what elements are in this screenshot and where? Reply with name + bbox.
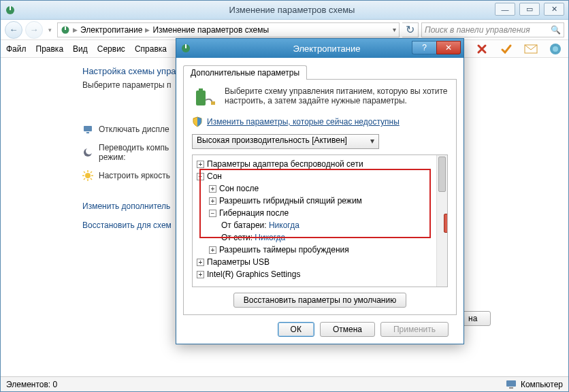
expand-icon[interactable]: +: [197, 259, 204, 266]
setting-display-off: Отключать диспле: [99, 125, 169, 134]
tree-value-battery[interactable]: Никогда: [269, 220, 299, 230]
tree-item[interactable]: Параметры USB: [207, 257, 270, 267]
expand-icon[interactable]: +: [209, 185, 216, 193]
power-options-dialog: Электропитание ? ✕ Дополнительные параме…: [176, 38, 464, 344]
svg-rect-1: [10, 6, 11, 10]
scrollbar[interactable]: [436, 155, 447, 287]
history-dropdown-icon[interactable]: ▾: [48, 27, 52, 33]
menu-service[interactable]: Сервис: [97, 44, 125, 54]
power-icon: [61, 25, 70, 35]
breadcrumb-item[interactable]: Электропитание: [80, 25, 142, 35]
tree-item-sleep[interactable]: Сон: [207, 172, 222, 181]
breadcrumb-item[interactable]: Изменение параметров схемы: [152, 25, 269, 35]
tree-item[interactable]: Разрешить гибридный спящий режим: [219, 196, 362, 206]
dialog-titlebar[interactable]: Электропитание ? ✕: [176, 39, 464, 58]
forward-button[interactable]: →: [25, 21, 43, 39]
close-button[interactable]: ✕: [436, 41, 461, 54]
menu-edit[interactable]: Правка: [36, 44, 64, 54]
tree-item[interactable]: Сон после: [219, 184, 259, 193]
collapse-icon[interactable]: −: [209, 210, 216, 217]
chevron-down-icon[interactable]: ▾: [393, 26, 396, 33]
tree-item-hibernate[interactable]: Гибернация после: [219, 208, 289, 218]
close-button[interactable]: ✕: [544, 3, 564, 16]
window-titlebar[interactable]: Изменение параметров схемы — ▭ ✕: [1, 1, 568, 20]
window-title: Изменение параметров схемы: [20, 5, 564, 15]
svg-line-17: [91, 178, 92, 180]
tab-strip: Дополнительные параметры: [183, 63, 457, 80]
tab-panel: Выберите схему управления питанием, кото…: [183, 79, 457, 315]
collapse-icon[interactable]: −: [197, 173, 204, 180]
search-input[interactable]: Поиск в панели управления 🔍: [421, 22, 564, 37]
settings-tree[interactable]: +Параметры адаптера беспроводной сети −С…: [193, 155, 447, 284]
svg-rect-25: [199, 88, 203, 91]
refresh-button[interactable]: ↻: [402, 22, 419, 37]
ok-button[interactable]: ОК: [278, 322, 314, 337]
expand-icon[interactable]: +: [209, 246, 216, 254]
scrollbar-thumb[interactable]: [438, 157, 446, 192]
cancel-button[interactable]: Отмена: [320, 322, 375, 337]
check-icon[interactable]: [499, 42, 514, 56]
brightness-icon: [82, 170, 93, 181]
svg-rect-7: [84, 126, 92, 131]
display-icon: [82, 124, 93, 135]
setting-brightness: Настроить яркость: [99, 171, 170, 180]
shield-icon: [192, 116, 203, 127]
nav-bar: ← → ▾ ▶ Электропитание ▶ Изменение парам…: [1, 20, 568, 40]
tree-item[interactable]: Разрешить таймеры пробуждения: [219, 245, 349, 255]
menu-help[interactable]: Справка: [135, 44, 167, 54]
tree-item[interactable]: Intel(R) Graphics Settings: [207, 270, 300, 279]
search-icon[interactable]: 🔍: [551, 25, 561, 35]
back-button[interactable]: ←: [5, 21, 22, 39]
tree-value-plugged[interactable]: Никогда: [255, 233, 285, 242]
link-change-unavailable[interactable]: Изменить параметры, которые сейчас недос…: [207, 117, 400, 127]
maximize-button[interactable]: ▭: [519, 3, 540, 16]
power-plan-dropdown[interactable]: Высокая производительность [Активен]: [192, 134, 379, 149]
setting-sleep: Переводить компьрежим:: [99, 143, 169, 162]
minimize-button[interactable]: —: [495, 3, 515, 16]
delete-icon[interactable]: [474, 42, 489, 56]
help-button[interactable]: ?: [412, 41, 436, 54]
menu-view[interactable]: Вид: [73, 44, 88, 54]
chevron-right-icon: ▶: [145, 27, 150, 33]
menu-file[interactable]: Файл: [6, 44, 27, 54]
svg-rect-26: [211, 101, 215, 105]
power-icon: [5, 5, 16, 16]
expand-icon[interactable]: +: [197, 161, 204, 168]
svg-rect-23: [185, 44, 186, 48]
breadcrumb[interactable]: ▶ Электропитание ▶ Изменение параметров …: [57, 22, 400, 37]
apply-button[interactable]: Применить: [380, 322, 449, 337]
svg-rect-3: [65, 27, 66, 30]
shell-icon[interactable]: [548, 42, 563, 56]
tab-advanced[interactable]: Дополнительные параметры: [183, 65, 307, 80]
svg-rect-21: [509, 387, 513, 389]
svg-line-16: [84, 172, 85, 173]
svg-rect-20: [506, 380, 516, 387]
search-placeholder: Поиск в панели управления: [425, 25, 530, 35]
settings-tree-container: +Параметры адаптера беспроводной сети −С…: [192, 154, 448, 287]
svg-point-10: [86, 148, 93, 154]
restore-defaults-button[interactable]: Восстановить параметры по умолчанию: [233, 293, 406, 308]
svg-point-11: [85, 173, 91, 178]
computer-icon: [506, 380, 517, 389]
tree-label: От сети:: [221, 233, 253, 242]
dialog-description: Выберите схему управления питанием, кото…: [225, 86, 448, 110]
tree-item[interactable]: Параметры адаптера беспроводной сети: [207, 159, 363, 169]
expand-icon[interactable]: +: [209, 197, 216, 205]
expand-icon[interactable]: +: [197, 271, 204, 278]
svg-rect-24: [196, 91, 206, 105]
tree-label: От батареи:: [221, 220, 267, 230]
battery-plug-icon: [192, 86, 216, 110]
svg-line-18: [91, 172, 92, 173]
status-bar: Элементов: 0 Компьютер: [1, 376, 568, 391]
svg-line-19: [84, 178, 85, 180]
status-label: Компьютер: [521, 380, 563, 389]
status-count: Элементов: 0: [6, 380, 57, 389]
moon-icon: [82, 147, 93, 158]
svg-rect-8: [86, 132, 89, 133]
svg-point-6: [553, 46, 558, 52]
power-icon: [180, 43, 191, 54]
chevron-right-icon: ▶: [73, 27, 78, 33]
scrollbar-handle[interactable]: [444, 214, 448, 233]
mail-icon[interactable]: [523, 42, 538, 56]
